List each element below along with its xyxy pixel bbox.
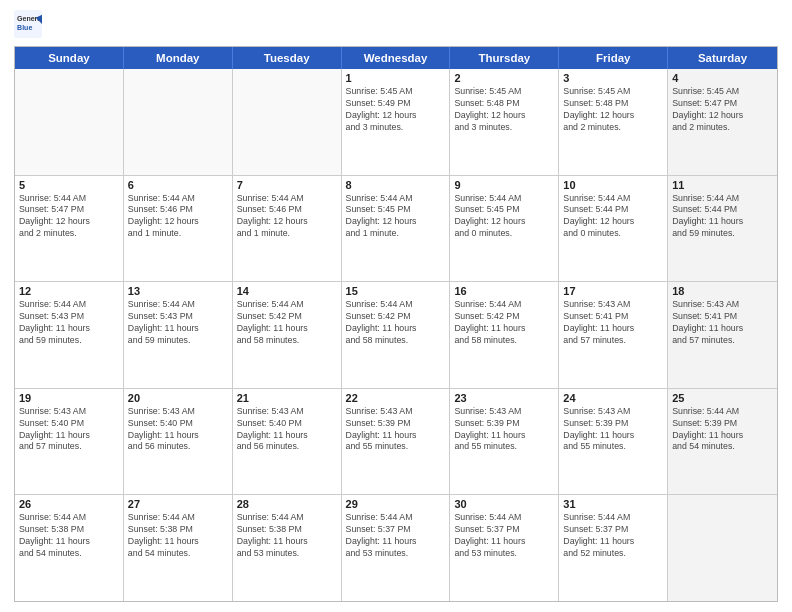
calendar-day-cell: 3Sunrise: 5:45 AM Sunset: 5:48 PM Daylig… bbox=[559, 69, 668, 175]
day-number: 9 bbox=[454, 179, 554, 191]
calendar-day-cell: 22Sunrise: 5:43 AM Sunset: 5:39 PM Dayli… bbox=[342, 389, 451, 495]
calendar-day-cell: 10Sunrise: 5:44 AM Sunset: 5:44 PM Dayli… bbox=[559, 176, 668, 282]
calendar-empty-cell bbox=[124, 69, 233, 175]
calendar-day-cell: 18Sunrise: 5:43 AM Sunset: 5:41 PM Dayli… bbox=[668, 282, 777, 388]
day-info: Sunrise: 5:44 AM Sunset: 5:38 PM Dayligh… bbox=[237, 512, 337, 560]
weekday-header: Thursday bbox=[450, 47, 559, 69]
day-number: 4 bbox=[672, 72, 773, 84]
page: General Blue SundayMondayTuesdayWednesda… bbox=[0, 0, 792, 612]
calendar-day-cell: 4Sunrise: 5:45 AM Sunset: 5:47 PM Daylig… bbox=[668, 69, 777, 175]
calendar-day-cell: 30Sunrise: 5:44 AM Sunset: 5:37 PM Dayli… bbox=[450, 495, 559, 601]
weekday-header: Saturday bbox=[668, 47, 777, 69]
day-info: Sunrise: 5:44 AM Sunset: 5:42 PM Dayligh… bbox=[237, 299, 337, 347]
calendar-day-cell: 8Sunrise: 5:44 AM Sunset: 5:45 PM Daylig… bbox=[342, 176, 451, 282]
day-info: Sunrise: 5:44 AM Sunset: 5:38 PM Dayligh… bbox=[128, 512, 228, 560]
calendar-day-cell: 15Sunrise: 5:44 AM Sunset: 5:42 PM Dayli… bbox=[342, 282, 451, 388]
day-number: 25 bbox=[672, 392, 773, 404]
logo: General Blue bbox=[14, 10, 42, 38]
calendar-empty-cell bbox=[668, 495, 777, 601]
day-info: Sunrise: 5:44 AM Sunset: 5:38 PM Dayligh… bbox=[19, 512, 119, 560]
day-info: Sunrise: 5:44 AM Sunset: 5:43 PM Dayligh… bbox=[128, 299, 228, 347]
day-number: 31 bbox=[563, 498, 663, 510]
day-info: Sunrise: 5:44 AM Sunset: 5:44 PM Dayligh… bbox=[672, 193, 773, 241]
day-number: 10 bbox=[563, 179, 663, 191]
day-number: 29 bbox=[346, 498, 446, 510]
day-number: 5 bbox=[19, 179, 119, 191]
day-info: Sunrise: 5:44 AM Sunset: 5:45 PM Dayligh… bbox=[454, 193, 554, 241]
day-number: 30 bbox=[454, 498, 554, 510]
day-number: 3 bbox=[563, 72, 663, 84]
calendar-day-cell: 24Sunrise: 5:43 AM Sunset: 5:39 PM Dayli… bbox=[559, 389, 668, 495]
weekday-header: Sunday bbox=[15, 47, 124, 69]
day-info: Sunrise: 5:43 AM Sunset: 5:41 PM Dayligh… bbox=[672, 299, 773, 347]
day-info: Sunrise: 5:44 AM Sunset: 5:39 PM Dayligh… bbox=[672, 406, 773, 454]
calendar-day-cell: 17Sunrise: 5:43 AM Sunset: 5:41 PM Dayli… bbox=[559, 282, 668, 388]
day-info: Sunrise: 5:44 AM Sunset: 5:44 PM Dayligh… bbox=[563, 193, 663, 241]
day-number: 14 bbox=[237, 285, 337, 297]
calendar-day-cell: 9Sunrise: 5:44 AM Sunset: 5:45 PM Daylig… bbox=[450, 176, 559, 282]
day-number: 12 bbox=[19, 285, 119, 297]
day-info: Sunrise: 5:43 AM Sunset: 5:40 PM Dayligh… bbox=[19, 406, 119, 454]
calendar-day-cell: 6Sunrise: 5:44 AM Sunset: 5:46 PM Daylig… bbox=[124, 176, 233, 282]
calendar-day-cell: 12Sunrise: 5:44 AM Sunset: 5:43 PM Dayli… bbox=[15, 282, 124, 388]
day-info: Sunrise: 5:44 AM Sunset: 5:46 PM Dayligh… bbox=[128, 193, 228, 241]
day-number: 16 bbox=[454, 285, 554, 297]
day-info: Sunrise: 5:44 AM Sunset: 5:47 PM Dayligh… bbox=[19, 193, 119, 241]
day-info: Sunrise: 5:44 AM Sunset: 5:37 PM Dayligh… bbox=[454, 512, 554, 560]
day-number: 15 bbox=[346, 285, 446, 297]
weekday-header: Wednesday bbox=[342, 47, 451, 69]
calendar-day-cell: 28Sunrise: 5:44 AM Sunset: 5:38 PM Dayli… bbox=[233, 495, 342, 601]
day-info: Sunrise: 5:43 AM Sunset: 5:40 PM Dayligh… bbox=[128, 406, 228, 454]
calendar-row: 19Sunrise: 5:43 AM Sunset: 5:40 PM Dayli… bbox=[15, 388, 777, 495]
calendar-day-cell: 19Sunrise: 5:43 AM Sunset: 5:40 PM Dayli… bbox=[15, 389, 124, 495]
day-number: 6 bbox=[128, 179, 228, 191]
calendar-day-cell: 20Sunrise: 5:43 AM Sunset: 5:40 PM Dayli… bbox=[124, 389, 233, 495]
day-number: 19 bbox=[19, 392, 119, 404]
day-number: 18 bbox=[672, 285, 773, 297]
calendar-day-cell: 5Sunrise: 5:44 AM Sunset: 5:47 PM Daylig… bbox=[15, 176, 124, 282]
day-info: Sunrise: 5:44 AM Sunset: 5:37 PM Dayligh… bbox=[563, 512, 663, 560]
day-info: Sunrise: 5:43 AM Sunset: 5:40 PM Dayligh… bbox=[237, 406, 337, 454]
day-info: Sunrise: 5:44 AM Sunset: 5:37 PM Dayligh… bbox=[346, 512, 446, 560]
calendar-row: 1Sunrise: 5:45 AM Sunset: 5:49 PM Daylig… bbox=[15, 69, 777, 175]
day-info: Sunrise: 5:44 AM Sunset: 5:42 PM Dayligh… bbox=[346, 299, 446, 347]
day-info: Sunrise: 5:43 AM Sunset: 5:39 PM Dayligh… bbox=[454, 406, 554, 454]
calendar-day-cell: 29Sunrise: 5:44 AM Sunset: 5:37 PM Dayli… bbox=[342, 495, 451, 601]
calendar-day-cell: 1Sunrise: 5:45 AM Sunset: 5:49 PM Daylig… bbox=[342, 69, 451, 175]
calendar-header: SundayMondayTuesdayWednesdayThursdayFrid… bbox=[15, 47, 777, 69]
calendar-day-cell: 26Sunrise: 5:44 AM Sunset: 5:38 PM Dayli… bbox=[15, 495, 124, 601]
day-info: Sunrise: 5:45 AM Sunset: 5:48 PM Dayligh… bbox=[563, 86, 663, 134]
weekday-header: Friday bbox=[559, 47, 668, 69]
calendar-day-cell: 7Sunrise: 5:44 AM Sunset: 5:46 PM Daylig… bbox=[233, 176, 342, 282]
calendar-day-cell: 2Sunrise: 5:45 AM Sunset: 5:48 PM Daylig… bbox=[450, 69, 559, 175]
day-info: Sunrise: 5:45 AM Sunset: 5:49 PM Dayligh… bbox=[346, 86, 446, 134]
day-number: 24 bbox=[563, 392, 663, 404]
day-number: 23 bbox=[454, 392, 554, 404]
calendar-row: 5Sunrise: 5:44 AM Sunset: 5:47 PM Daylig… bbox=[15, 175, 777, 282]
calendar-day-cell: 14Sunrise: 5:44 AM Sunset: 5:42 PM Dayli… bbox=[233, 282, 342, 388]
header: General Blue bbox=[14, 10, 778, 38]
day-number: 11 bbox=[672, 179, 773, 191]
weekday-header: Tuesday bbox=[233, 47, 342, 69]
day-number: 8 bbox=[346, 179, 446, 191]
calendar-day-cell: 16Sunrise: 5:44 AM Sunset: 5:42 PM Dayli… bbox=[450, 282, 559, 388]
calendar-day-cell: 13Sunrise: 5:44 AM Sunset: 5:43 PM Dayli… bbox=[124, 282, 233, 388]
day-info: Sunrise: 5:44 AM Sunset: 5:42 PM Dayligh… bbox=[454, 299, 554, 347]
day-number: 26 bbox=[19, 498, 119, 510]
calendar-day-cell: 31Sunrise: 5:44 AM Sunset: 5:37 PM Dayli… bbox=[559, 495, 668, 601]
day-info: Sunrise: 5:43 AM Sunset: 5:39 PM Dayligh… bbox=[346, 406, 446, 454]
day-number: 22 bbox=[346, 392, 446, 404]
day-number: 20 bbox=[128, 392, 228, 404]
day-info: Sunrise: 5:44 AM Sunset: 5:45 PM Dayligh… bbox=[346, 193, 446, 241]
calendar-body: 1Sunrise: 5:45 AM Sunset: 5:49 PM Daylig… bbox=[15, 69, 777, 601]
calendar-row: 12Sunrise: 5:44 AM Sunset: 5:43 PM Dayli… bbox=[15, 281, 777, 388]
day-info: Sunrise: 5:43 AM Sunset: 5:41 PM Dayligh… bbox=[563, 299, 663, 347]
day-number: 28 bbox=[237, 498, 337, 510]
day-number: 2 bbox=[454, 72, 554, 84]
calendar-day-cell: 27Sunrise: 5:44 AM Sunset: 5:38 PM Dayli… bbox=[124, 495, 233, 601]
calendar: SundayMondayTuesdayWednesdayThursdayFrid… bbox=[14, 46, 778, 602]
logo-icon: General Blue bbox=[14, 10, 42, 38]
day-info: Sunrise: 5:44 AM Sunset: 5:46 PM Dayligh… bbox=[237, 193, 337, 241]
calendar-day-cell: 21Sunrise: 5:43 AM Sunset: 5:40 PM Dayli… bbox=[233, 389, 342, 495]
day-number: 21 bbox=[237, 392, 337, 404]
